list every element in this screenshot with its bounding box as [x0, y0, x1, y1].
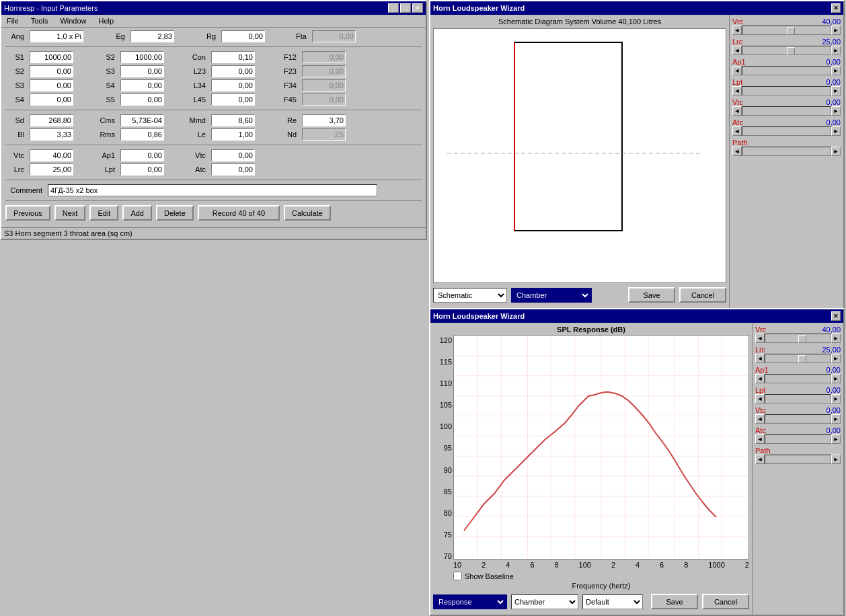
l34-input[interactable] [211, 79, 255, 91]
ap1-track[interactable] [742, 66, 831, 75]
s2-input[interactable] [30, 65, 73, 77]
vtc-left-arrow[interactable]: ◄ [732, 106, 742, 116]
show-baseline-checkbox[interactable] [453, 572, 462, 580]
spl-type-select[interactable]: Response [433, 594, 507, 609]
calculate-button[interactable]: Calculate [284, 205, 331, 221]
record-button[interactable]: Record 40 of 40 [198, 205, 280, 221]
spl-atc-right[interactable]: ► [831, 434, 841, 444]
menu-tools[interactable]: Tools [28, 16, 51, 26]
spl-vtc-left[interactable]: ◄ [755, 414, 765, 424]
schematic-cancel-button[interactable]: Cancel [679, 287, 726, 303]
ap1-left-arrow[interactable]: ◄ [732, 66, 742, 75]
vtc-right-arrow[interactable]: ► [831, 106, 841, 116]
rg-input[interactable] [221, 30, 265, 42]
vrc-track[interactable] [742, 26, 831, 35]
vtc-track[interactable] [742, 106, 831, 116]
spl-atc-left[interactable]: ◄ [755, 434, 765, 444]
schematic-save-button[interactable]: Save [628, 287, 675, 303]
spl-path-right[interactable]: ► [831, 455, 841, 464]
atc-right-arrow[interactable]: ► [831, 126, 841, 136]
mmd-input[interactable] [211, 114, 255, 126]
ang-input[interactable] [30, 30, 83, 42]
spl-atc-track[interactable] [765, 434, 831, 444]
lrc-right-arrow[interactable]: ► [831, 46, 841, 55]
vrc-thumb[interactable] [787, 27, 795, 35]
s3-input[interactable] [30, 79, 73, 91]
previous-button[interactable]: Previous [5, 205, 50, 221]
vtc-input[interactable] [30, 149, 73, 161]
delete-button[interactable]: Delete [156, 205, 194, 221]
menu-help[interactable]: Help [96, 16, 117, 26]
eg-input[interactable] [130, 30, 174, 42]
add-button[interactable]: Add [122, 205, 152, 221]
sd-input[interactable] [30, 114, 73, 126]
spl-cancel-button[interactable]: Cancel [702, 594, 749, 609]
atc-input[interactable] [211, 163, 255, 176]
spl-save-button[interactable]: Save [651, 594, 698, 609]
con-input[interactable] [211, 51, 255, 63]
rms-input[interactable] [120, 128, 164, 141]
spl-vrc-left[interactable]: ◄ [755, 334, 765, 343]
wizard-spl-close[interactable]: ✕ [831, 311, 841, 321]
s5-input[interactable] [120, 93, 164, 106]
ap1-input[interactable] [120, 149, 164, 161]
cms-input[interactable] [120, 114, 164, 126]
atc-track[interactable] [742, 126, 831, 136]
spl-ap1-track[interactable] [765, 374, 831, 383]
lpt-track[interactable] [742, 86, 831, 95]
spl-vrc-track[interactable] [765, 334, 831, 343]
spl-chamber-select[interactable]: Chamber [511, 594, 578, 609]
spl-lrc-track[interactable] [765, 354, 831, 363]
lpt-right-arrow[interactable]: ► [831, 86, 841, 95]
s2r-input[interactable] [120, 51, 164, 63]
vrc-left-arrow[interactable]: ◄ [732, 26, 742, 35]
spl-vtc-right[interactable]: ► [831, 414, 841, 424]
spl-path-track[interactable] [765, 455, 831, 464]
lrc-left-arrow[interactable]: ◄ [732, 46, 742, 55]
l45-input[interactable] [211, 93, 255, 106]
l23-input[interactable] [211, 65, 255, 77]
lpt-left-arrow[interactable]: ◄ [732, 86, 742, 95]
close-button[interactable]: ✕ [412, 3, 423, 13]
minimize-button[interactable]: _ [388, 3, 399, 13]
spl-ap1-left[interactable]: ◄ [755, 374, 765, 383]
spl-lrc-thumb[interactable] [798, 355, 806, 363]
menu-window[interactable]: Window [57, 16, 89, 26]
menu-file[interactable]: File [4, 16, 22, 26]
lpt-input[interactable] [120, 163, 164, 176]
edit-button[interactable]: Edit [89, 205, 118, 221]
spl-path-left[interactable]: ◄ [755, 455, 765, 464]
chamber-select[interactable]: Chamber [511, 288, 592, 303]
spl-lrc-right[interactable]: ► [831, 354, 841, 363]
path-right-arrow[interactable]: ► [831, 147, 841, 156]
lrc-thumb[interactable] [787, 47, 795, 55]
path-track[interactable] [742, 147, 831, 156]
spl-default-select[interactable]: Default [582, 594, 643, 609]
spl-lpt-track[interactable] [765, 394, 831, 403]
s1-input[interactable] [30, 51, 73, 63]
next-button[interactable]: Next [54, 205, 86, 221]
spl-lpt-right[interactable]: ► [831, 394, 841, 403]
vtc2-input[interactable] [211, 149, 255, 161]
ap1-right-arrow[interactable]: ► [831, 66, 841, 75]
re-input[interactable] [302, 114, 346, 126]
maximize-button[interactable]: □ [400, 3, 411, 13]
spl-vtc-track[interactable] [765, 414, 831, 424]
spl-vrc-right[interactable]: ► [831, 334, 841, 343]
type-select[interactable]: Schematic [433, 288, 507, 303]
s4-input[interactable] [30, 93, 73, 106]
wizard-schematic-close[interactable]: ✕ [831, 3, 841, 13]
vrc-right-arrow[interactable]: ► [831, 26, 841, 35]
spl-vrc-thumb[interactable] [798, 335, 806, 343]
lrc-input[interactable] [30, 163, 73, 176]
spl-lpt-left[interactable]: ◄ [755, 394, 765, 403]
spl-ap1-right[interactable]: ► [831, 374, 841, 383]
s3r-input[interactable] [120, 65, 164, 77]
path-left-arrow[interactable]: ◄ [732, 147, 742, 156]
le-input[interactable] [211, 128, 255, 141]
bl-input[interactable] [30, 128, 73, 141]
atc-left-arrow[interactable]: ◄ [732, 126, 742, 136]
comment-input[interactable] [48, 184, 377, 196]
spl-lrc-left[interactable]: ◄ [755, 354, 765, 363]
s4r-input[interactable] [120, 79, 164, 91]
